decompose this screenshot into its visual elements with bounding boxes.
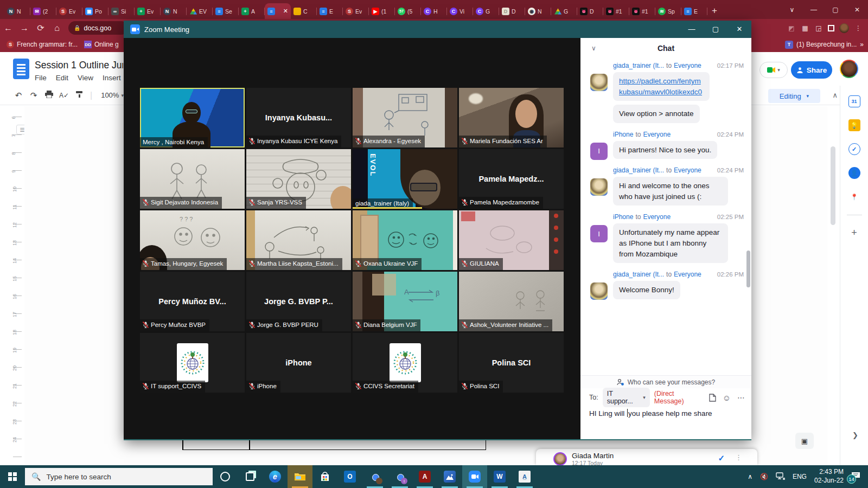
chat-message[interactable]: iPhonetoEveryone02:25 PMIUnfortunately m…: [590, 213, 744, 263]
docs-scrollbar[interactable]: [831, 146, 835, 225]
message-link-bubble[interactable]: https://padlet.com/fentymkubasu/mawvl0lo…: [613, 72, 710, 101]
tray-chevron-icon[interactable]: ∧: [748, 473, 752, 480]
browser-tab[interactable]: 57(5: [395, 3, 421, 19]
hide-menus-icon[interactable]: ∧: [832, 91, 838, 99]
participant-tile[interactable]: GIULIANA: [459, 210, 564, 270]
message-recipient[interactable]: Everyone: [674, 271, 701, 278]
participant-tile[interactable]: Jorge G. BVBP P...Jorge G. BVBP PERU: [246, 272, 351, 331]
account-avatar[interactable]: [840, 60, 858, 78]
contacts-icon[interactable]: 👤: [848, 167, 860, 179]
chat-scrollbar[interactable]: [746, 251, 750, 287]
more-options-icon[interactable]: ⋯: [737, 393, 745, 402]
chat-message[interactable]: iPhonetoEveryone02:24 PMIHi partners! Ni…: [590, 131, 744, 159]
redo-icon[interactable]: ↷: [26, 91, 41, 100]
browser-menu-icon[interactable]: ⋮: [854, 24, 863, 33]
browser-tab[interactable]: 👅#1: [629, 3, 655, 19]
extension-square-icon[interactable]: [828, 25, 834, 31]
browser-tab[interactable]: ▣Po: [82, 3, 108, 19]
browser-tab[interactable]: ✉(2: [30, 3, 56, 19]
extensions-puzzle-icon[interactable]: ◲: [814, 24, 823, 33]
tab-search-icon[interactable]: ∨: [781, 6, 803, 14]
zoom-title-bar[interactable]: Zoom Meeting — ▢ ✕: [124, 21, 751, 38]
browser-tab[interactable]: ≋Sp: [655, 3, 681, 19]
participant-tile[interactable]: Inyanya Kubasu...Inyanya Kubasu ICYE Ken…: [246, 88, 351, 147]
zoom-icon[interactable]: [462, 465, 487, 488]
maximize-button[interactable]: ▢: [704, 21, 727, 38]
browser-tab[interactable]: EV: [187, 3, 213, 19]
emoji-icon[interactable]: ☺: [723, 393, 731, 402]
back-icon[interactable]: ←: [0, 23, 16, 33]
participant-tile[interactable]: Ashok_Volunteer Initiative ...: [459, 272, 564, 331]
share-button[interactable]: Share: [791, 61, 832, 79]
chat-privacy-note[interactable]: Who can see your messages?: [580, 375, 751, 388]
browser-tab[interactable]: +Ev: [135, 3, 161, 19]
browser-tab[interactable]: 👅#1: [603, 3, 629, 19]
recipient-dropdown[interactable]: IT suppor... ▾: [603, 388, 650, 407]
chrome-profile2-icon[interactable]: I: [387, 465, 412, 488]
participant-tile[interactable]: Martha Liise Kapsta_Estoni...: [246, 210, 351, 270]
address-bar[interactable]: 🔒 docs.goo: [68, 21, 128, 35]
menu-file[interactable]: File: [35, 74, 47, 82]
tab-close-icon[interactable]: ✕: [283, 8, 288, 15]
message-recipient[interactable]: Everyone: [674, 166, 701, 174]
browser-tab[interactable]: SEv: [343, 3, 369, 19]
minimize-button[interactable]: —: [803, 6, 825, 14]
browser-tab[interactable]: ≡Se: [213, 3, 239, 19]
chat-message[interactable]: giada_trainer (It...toEveryone02:26 PMWe…: [590, 271, 744, 299]
task-view-icon[interactable]: [238, 465, 263, 488]
add-addon-icon[interactable]: +: [851, 227, 857, 239]
comment-menu-icon[interactable]: ⋮: [735, 453, 742, 461]
message-sender[interactable]: giada_trainer (It...: [613, 62, 664, 69]
keep-icon[interactable]: 💡: [848, 119, 860, 131]
comment-popup[interactable]: Giada Martin 12:17 Today ✓ ⋮: [536, 449, 757, 465]
zoom-level-dropdown[interactable]: 100% ▾: [101, 91, 124, 99]
forward-icon[interactable]: →: [16, 23, 33, 33]
chat-message-list[interactable]: giada_trainer (It...toEveryone02:17 PMht…: [580, 59, 751, 375]
network-icon[interactable]: [776, 472, 785, 481]
extension-icon[interactable]: ◩: [787, 24, 796, 33]
participant-tile[interactable]: Sigit Dejavato Indonesia: [140, 149, 245, 209]
chat-input[interactable]: HI Ling will you please help me share: [580, 407, 751, 439]
browser-tab[interactable]: CVi: [447, 3, 473, 19]
participant-tile[interactable]: Alexandra - Egyesek: [353, 88, 457, 147]
menu-view[interactable]: View: [78, 74, 93, 82]
browser-tab[interactable]: DD: [499, 3, 525, 19]
message-sender[interactable]: giada_trainer (It...: [613, 166, 664, 174]
photos-icon[interactable]: [437, 465, 462, 488]
participant-tile[interactable]: ? ? ?Tamas, Hungary, Egyesek: [140, 210, 245, 270]
browser-tab[interactable]: CG: [473, 3, 499, 19]
attach-file-icon[interactable]: [709, 394, 716, 402]
participant-tile[interactable]: Sanja YRS-VSS: [246, 149, 351, 209]
close-button[interactable]: ✕: [846, 6, 868, 14]
browser-tab-active[interactable]: ≡✕: [265, 3, 291, 19]
undo-icon[interactable]: ↶: [11, 91, 26, 100]
tasks-icon[interactable]: ✓: [848, 143, 860, 155]
participant-tile[interactable]: Polina SCIPolina SCI: [459, 333, 564, 393]
participant-tile[interactable]: CCIVS Secretariat: [353, 333, 457, 393]
action-center-icon[interactable]: 14: [851, 472, 860, 481]
bookmark-teams[interactable]: T (1) Besprechung in... »: [785, 37, 864, 52]
participant-tile[interactable]: AβDiana Belgium VJF: [353, 272, 457, 331]
browser-tab[interactable]: ∞Si: [108, 3, 135, 19]
browser-tab[interactable]: NN: [4, 3, 30, 19]
close-button[interactable]: ✕: [727, 21, 751, 38]
edge-icon[interactable]: e: [263, 465, 288, 488]
browser-tab[interactable]: ≡E: [681, 3, 707, 19]
browser-tab[interactable]: 👅D: [577, 3, 603, 19]
browser-tab[interactable]: ▶(1: [369, 3, 395, 19]
browser-tab[interactable]: C: [291, 3, 317, 19]
participant-tile[interactable]: Mariela Fundación SES Ar: [459, 88, 564, 147]
browser-tab[interactable]: CH: [421, 3, 447, 19]
taskbar-clock[interactable]: 2:43 PM 02-Jun-22: [814, 468, 844, 485]
chat-collapse-icon[interactable]: ∨: [591, 44, 596, 52]
browser-tab[interactable]: SEv: [56, 3, 82, 19]
menu-insert[interactable]: Insert: [103, 74, 121, 82]
chat-message[interactable]: giada_trainer (It...toEveryone02:24 PMHi…: [590, 166, 744, 206]
language-indicator[interactable]: ENG: [793, 473, 807, 480]
outlook-icon[interactable]: O: [337, 465, 362, 488]
file-explorer-icon[interactable]: [288, 465, 312, 488]
message-sender[interactable]: iPhone: [613, 213, 633, 221]
browser-profile-avatar[interactable]: [839, 23, 849, 33]
acrobat-icon[interactable]: A: [412, 465, 437, 488]
bookmarks-overflow-icon[interactable]: »: [860, 41, 864, 48]
